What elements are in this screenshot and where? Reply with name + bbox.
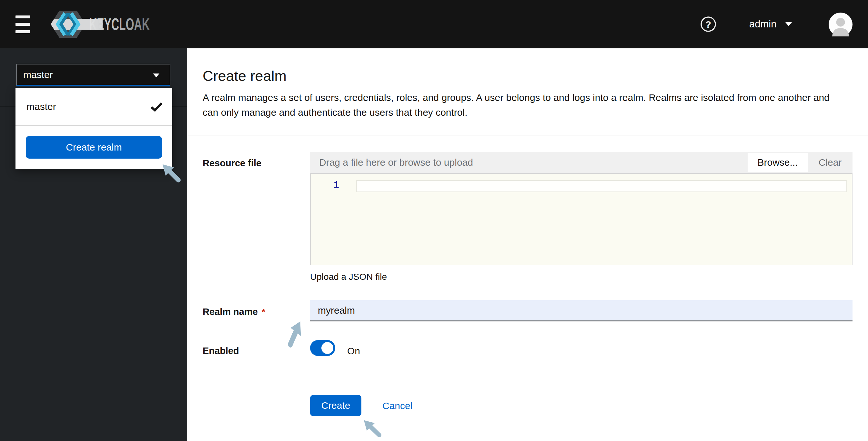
- caret-down-icon: [153, 73, 159, 77]
- user-menu-dropdown[interactable]: admin: [749, 0, 792, 48]
- browse-button[interactable]: Browse...: [748, 153, 808, 172]
- required-asterisk: *: [262, 307, 265, 317]
- page-description: A realm manages a set of users, credenti…: [203, 90, 843, 120]
- create-button[interactable]: Create: [310, 395, 362, 416]
- nav-toggle-button[interactable]: [13, 12, 33, 36]
- svg-text:?: ?: [705, 19, 711, 30]
- toggle-knob: [321, 342, 333, 354]
- file-upload-dropzone[interactable]: Drag a file here or browse to upload Bro…: [310, 152, 852, 173]
- keycloak-admin-console: KEYCLOAK ? admin master: [0, 0, 868, 441]
- editor-active-line: [356, 180, 847, 192]
- editor-line-number: 1: [311, 179, 356, 191]
- sidebar: master master Create realm: [0, 48, 187, 441]
- username-label: admin: [749, 19, 776, 30]
- realm-option-label: master: [27, 101, 56, 112]
- realm-switcher-button[interactable]: master: [16, 64, 170, 87]
- avatar[interactable]: [829, 12, 852, 36]
- caret-down-icon: [785, 22, 792, 26]
- enabled-toggle[interactable]: [310, 340, 335, 356]
- file-upload-placeholder: Drag a file here or browse to upload: [319, 152, 473, 173]
- resource-file-label: Resource file: [203, 158, 261, 169]
- realm-name-label: Realm name*: [203, 307, 265, 317]
- user-avatar-icon: [829, 12, 852, 36]
- json-editor[interactable]: 1: [310, 173, 852, 265]
- logo-wordmark: KEYCLOAK: [89, 15, 150, 34]
- cancel-link[interactable]: Cancel: [382, 400, 412, 411]
- realm-option-master[interactable]: master: [16, 88, 172, 126]
- realm-dropdown-menu: master Create realm: [16, 88, 172, 169]
- question-circle-icon: ?: [697, 13, 719, 35]
- realm-name-label-text: Realm name: [203, 307, 258, 317]
- keycloak-logo[interactable]: KEYCLOAK: [48, 9, 151, 40]
- enabled-label: Enabled: [203, 346, 239, 356]
- upload-helper-text: Upload a JSON file: [310, 272, 387, 282]
- page-title: Create realm: [203, 68, 286, 84]
- masthead: KEYCLOAK ? admin: [0, 0, 868, 48]
- pointer-arrow-create: [363, 419, 383, 439]
- create-realm-button[interactable]: Create realm: [26, 136, 162, 159]
- realm-name-input[interactable]: [310, 300, 852, 321]
- check-icon: [150, 102, 163, 111]
- help-button[interactable]: ?: [697, 13, 719, 35]
- main-content: Create realm A realm manages a set of us…: [187, 48, 868, 441]
- realm-switcher-value: master: [23, 69, 53, 80]
- section-divider: [187, 135, 868, 135]
- clear-button[interactable]: Clear: [808, 152, 852, 173]
- pointer-arrow-create-realm: [161, 163, 183, 184]
- toggle-state-label: On: [347, 346, 360, 357]
